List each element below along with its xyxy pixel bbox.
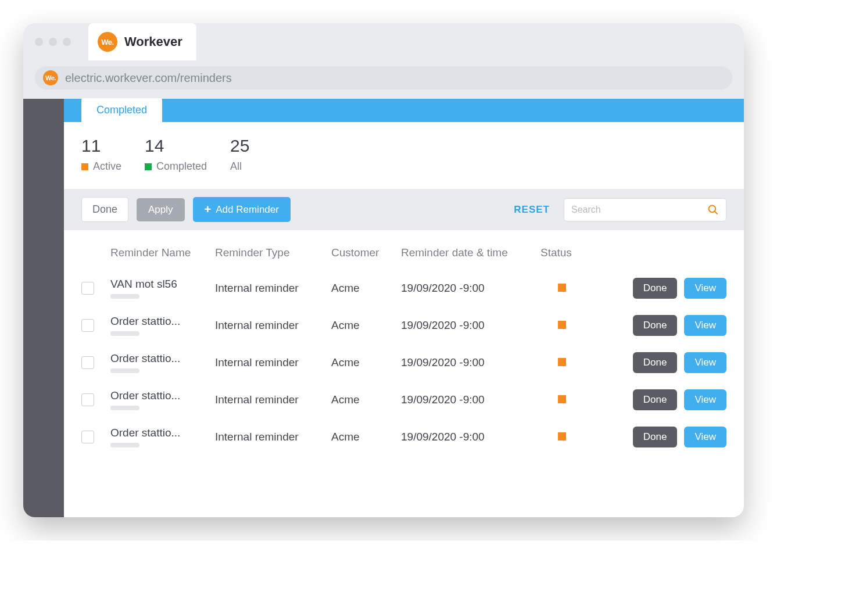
row-type: Internal reminder — [215, 282, 331, 295]
table-row: Order stattio... Internal reminder Acme … — [81, 418, 726, 456]
address-bar[interactable]: We. electric.workever.com/reminders — [35, 66, 732, 89]
col-customer: Customer — [331, 246, 401, 259]
view-button[interactable]: View — [684, 389, 726, 410]
row-name: Order stattio... — [110, 389, 203, 402]
done-button[interactable]: Done — [633, 278, 678, 299]
row-datetime: 19/09/2020 -9:00 — [401, 282, 540, 295]
search-icon — [707, 204, 719, 216]
apply-button[interactable]: Apply — [137, 198, 185, 221]
search-input[interactable] — [571, 205, 707, 215]
url-text: electric.workever.com/reminders — [65, 71, 232, 85]
row-checkbox[interactable] — [81, 431, 94, 443]
completed-color-icon — [145, 163, 152, 170]
tab-title: Workever — [124, 34, 182, 49]
row-subtext-placeholder — [110, 331, 139, 336]
status-indicator-icon — [558, 358, 566, 366]
main-area: Completed 11 Active 14 Completed — [64, 99, 744, 517]
stat-all-count: 25 — [230, 136, 249, 156]
bulk-action-dropdown[interactable]: Done — [81, 197, 128, 222]
row-datetime: 19/09/2020 -9:00 — [401, 431, 540, 443]
svg-line-1 — [715, 211, 718, 214]
view-button[interactable]: View — [684, 352, 726, 373]
status-indicator-icon — [558, 321, 566, 329]
reminders-table: Reminder Name Reminder Type Customer Rem… — [64, 230, 744, 473]
tab-completed[interactable]: Completed — [81, 98, 162, 122]
stat-all[interactable]: 25 All — [230, 136, 249, 173]
table-row: Order stattio... Internal reminder Acme … — [81, 344, 726, 381]
row-datetime: 19/09/2020 -9:00 — [401, 319, 540, 332]
col-datetime: Reminder date & time — [401, 246, 540, 259]
maximize-window-icon[interactable] — [63, 38, 71, 46]
row-customer: Acme — [331, 319, 401, 332]
row-name: Order stattio... — [110, 427, 203, 439]
row-customer: Acme — [331, 282, 401, 295]
done-button[interactable]: Done — [633, 352, 678, 373]
row-name: Order stattio... — [110, 315, 203, 328]
row-customer: Acme — [331, 431, 401, 443]
row-name: VAN mot sl56 — [110, 278, 203, 291]
row-datetime: 19/09/2020 -9:00 — [401, 356, 540, 369]
row-subtext-placeholder — [110, 406, 139, 410]
stat-completed[interactable]: 14 Completed — [145, 136, 207, 173]
table-row: Order stattio... Internal reminder Acme … — [81, 307, 726, 344]
sidebar — [23, 99, 64, 517]
row-subtext-placeholder — [110, 294, 139, 299]
view-button[interactable]: View — [684, 278, 726, 299]
address-bar-area: We. electric.workever.com/reminders — [23, 60, 744, 99]
active-color-icon — [81, 163, 88, 170]
stat-active[interactable]: 11 Active — [81, 136, 121, 173]
reset-button[interactable]: RESET — [514, 204, 550, 216]
stat-active-label: Active — [93, 160, 121, 173]
row-customer: Acme — [331, 393, 401, 406]
row-subtext-placeholder — [110, 368, 139, 373]
minimize-window-icon[interactable] — [49, 38, 57, 46]
row-checkbox[interactable] — [81, 282, 94, 295]
row-datetime: 19/09/2020 -9:00 — [401, 393, 540, 406]
toolbar: Done Apply + Add Reminder RESET — [64, 189, 744, 230]
view-button[interactable]: View — [684, 315, 726, 336]
col-name: Reminder Name — [110, 246, 215, 259]
row-type: Internal reminder — [215, 431, 331, 443]
status-indicator-icon — [558, 284, 566, 292]
window-controls — [35, 38, 71, 46]
row-type: Internal reminder — [215, 393, 331, 406]
status-indicator-icon — [558, 432, 566, 440]
stat-completed-label: Completed — [156, 160, 207, 173]
add-reminder-label: Add Reminder — [216, 204, 279, 216]
row-type: Internal reminder — [215, 319, 331, 332]
search-box[interactable] — [564, 198, 726, 221]
row-checkbox[interactable] — [81, 356, 94, 369]
close-window-icon[interactable] — [35, 38, 43, 46]
row-checkbox[interactable] — [81, 393, 94, 406]
browser-window: We. Workever We. electric.workever.com/r… — [23, 23, 744, 517]
status-indicator-icon — [558, 395, 566, 403]
row-subtext-placeholder — [110, 443, 139, 447]
table-header-row: Reminder Name Reminder Type Customer Rem… — [81, 241, 726, 270]
table-row: Order stattio... Internal reminder Acme … — [81, 381, 726, 418]
row-type: Internal reminder — [215, 356, 331, 369]
view-button[interactable]: View — [684, 427, 726, 447]
row-checkbox[interactable] — [81, 319, 94, 332]
site-favicon-icon: We. — [43, 70, 58, 85]
done-button[interactable]: Done — [633, 427, 678, 447]
stat-completed-count: 14 — [145, 136, 207, 156]
col-status: Status — [540, 246, 610, 259]
done-button[interactable]: Done — [633, 389, 678, 410]
row-name: Order stattio... — [110, 352, 203, 365]
page-tabs: Completed — [64, 99, 744, 122]
stats-row: 11 Active 14 Completed 25 A — [64, 122, 744, 189]
row-customer: Acme — [331, 356, 401, 369]
app-content: Completed 11 Active 14 Completed — [23, 99, 744, 517]
plus-icon: + — [205, 203, 212, 216]
stat-all-label: All — [230, 160, 242, 173]
add-reminder-button[interactable]: + Add Reminder — [193, 197, 291, 222]
tab-favicon-icon: We. — [98, 32, 117, 52]
titlebar: We. Workever — [23, 23, 744, 60]
table-row: VAN mot sl56 Internal reminder Acme 19/0… — [81, 270, 726, 307]
stat-active-count: 11 — [81, 136, 121, 156]
svg-point-0 — [709, 205, 716, 212]
col-type: Reminder Type — [215, 246, 331, 259]
browser-tab[interactable]: We. Workever — [88, 23, 196, 60]
done-button[interactable]: Done — [633, 315, 678, 336]
